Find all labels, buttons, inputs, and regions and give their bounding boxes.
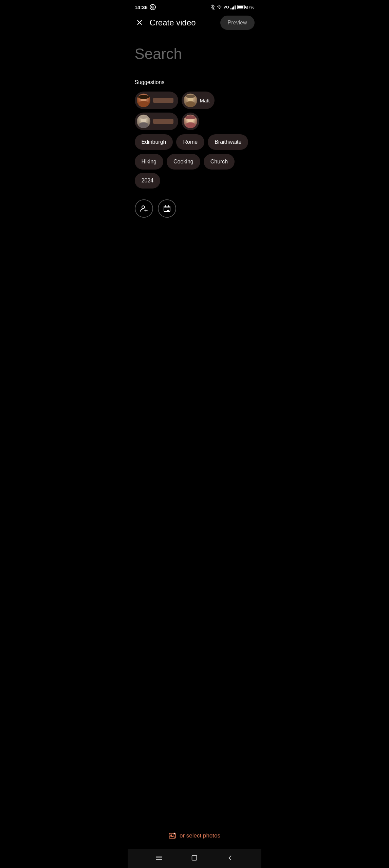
chip-cooking[interactable]: Cooking [167,154,200,170]
suggestions-label: Suggestions [135,79,255,85]
locations-row: Edinburgh Rome Braithwaite [135,134,255,150]
categories-row: Hiking Cooking Church 2024 [135,154,255,189]
svg-point-2 [142,206,145,209]
people-chips-row: Matt [135,92,255,130]
battery-percent: 87% [245,5,254,10]
status-right: VO 87% [211,4,255,10]
avatar-3 [137,115,150,128]
status-bar: 14:36 W VO [128,0,261,13]
close-button[interactable]: ✕ [135,17,144,29]
chip-rome[interactable]: Rome [176,134,204,150]
status-left: 14:36 W [135,4,156,10]
add-date-icon [163,204,171,213]
person-name-redacted-1 [153,98,173,103]
chip-hiking[interactable]: Hiking [135,154,163,170]
action-buttons [128,193,261,224]
bluetooth-icon [211,4,215,10]
person-chip-4[interactable] [182,113,199,130]
network-type: VO [224,5,229,9]
add-person-button[interactable] [135,199,153,218]
preview-button[interactable]: Preview [220,16,255,30]
chip-braithwaite[interactable]: Braithwaite [208,134,248,150]
header-left: ✕ Create video [135,17,196,29]
wifi-icon [217,5,222,9]
avatar-matt [184,94,197,107]
avatar-1 [137,94,150,107]
whatsapp-icon: W [150,4,156,10]
battery-indicator: 87% [237,5,254,10]
person-chip-1[interactable] [135,92,178,109]
search-heading[interactable]: Search [135,45,255,62]
battery-icon [237,5,245,9]
person-chip-matt[interactable]: Matt [182,92,215,109]
signal-bars [230,5,236,9]
search-area: Search [128,35,261,79]
chip-church[interactable]: Church [204,154,235,170]
suggestions-section: Suggestions Matt [128,79,261,189]
person-chip-3[interactable] [135,113,178,130]
add-date-button[interactable] [158,199,176,218]
chip-edinburgh[interactable]: Edinburgh [135,134,173,150]
person-name-matt: Matt [200,98,210,103]
add-person-icon [140,204,148,213]
chip-2024[interactable]: 2024 [135,173,161,189]
page-title: Create video [150,18,196,27]
status-time: 14:36 [135,4,148,10]
svg-text:W: W [152,6,154,8]
person-name-redacted-3 [153,119,173,124]
avatar-4 [184,115,197,128]
header: ✕ Create video Preview [128,13,261,35]
